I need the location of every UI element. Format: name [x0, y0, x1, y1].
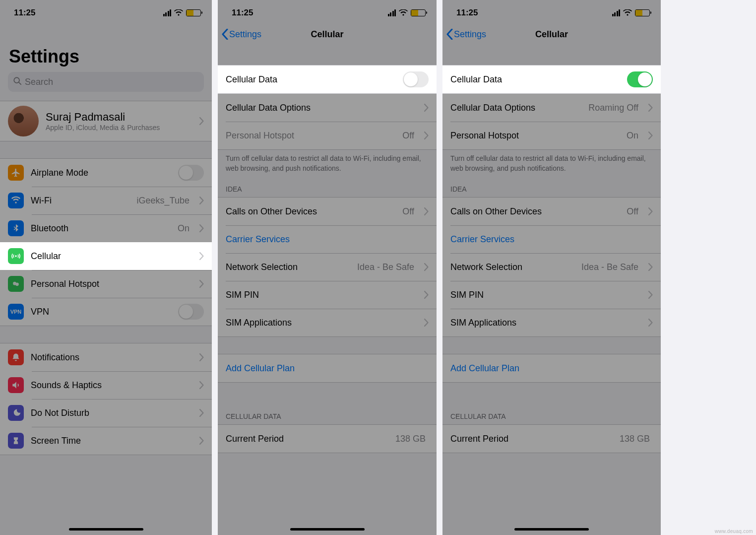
calls-other-value: Off — [402, 206, 414, 217]
airplane-row[interactable]: Airplane Mode — [0, 159, 212, 187]
chevron-right-icon — [424, 319, 429, 327]
chevron-right-icon — [424, 263, 429, 271]
back-label: Settings — [229, 29, 261, 40]
calls-other-row[interactable]: Calls on Other Devices Off — [218, 198, 437, 225]
back-button[interactable]: Settings — [446, 29, 486, 40]
vpn-row[interactable]: VPN VPN — [0, 298, 212, 326]
notifications-row[interactable]: Notifications — [0, 343, 212, 371]
bluetooth-value: On — [178, 223, 189, 234]
chevron-right-icon — [199, 117, 204, 125]
hotspot-icon — [8, 276, 24, 292]
watermark: www.deuaq.com — [715, 529, 753, 534]
wifi-icon — [623, 9, 632, 16]
screentime-row[interactable]: Screen Time — [0, 427, 212, 455]
current-period-label: Current Period — [450, 434, 613, 444]
home-indicator[interactable] — [514, 528, 589, 531]
add-cellular-plan-row[interactable]: Add Cellular Plan — [218, 354, 437, 382]
airplane-icon — [8, 165, 24, 181]
cellular-data-toggle[interactable] — [627, 71, 653, 87]
sim-pin-row[interactable]: SIM PIN — [442, 281, 661, 309]
current-period-label: Current Period — [226, 434, 388, 444]
personal-hotspot-label: Personal Hotspot — [450, 131, 620, 141]
wifi-row[interactable]: Wi-Fi iGeeks_Tube — [0, 187, 212, 214]
search-input[interactable]: Search — [8, 72, 204, 92]
network-selection-label: Network Selection — [226, 262, 350, 272]
cellular-data-row[interactable]: Cellular Data — [442, 66, 661, 93]
cellular-data-options-value: Roaming Off — [588, 103, 638, 113]
cellular-icon — [8, 248, 24, 264]
nav-title: Cellular — [311, 29, 343, 40]
hotspot-label: Personal Hotspot — [31, 279, 192, 289]
add-cellular-plan-label: Add Cellular Plan — [450, 363, 653, 374]
apple-id-row[interactable]: Suraj Padmasali Apple ID, iCloud, Media … — [0, 101, 212, 141]
calls-other-value: Off — [627, 206, 638, 217]
back-button[interactable]: Settings — [222, 29, 261, 40]
status-bar: 11:25 — [218, 0, 437, 22]
hotspot-row[interactable]: Personal Hotspot — [0, 270, 212, 298]
home-indicator[interactable] — [69, 528, 143, 531]
bluetooth-row[interactable]: Bluetooth On — [0, 214, 212, 242]
current-period-row[interactable]: Current Period 138 GB — [442, 425, 661, 453]
carrier-services-label: Carrier Services — [226, 234, 429, 245]
cellular-data-options-row[interactable]: Cellular Data Options Roaming Off — [442, 94, 661, 122]
sim-apps-label: SIM Applications — [450, 318, 641, 328]
avatar — [8, 106, 39, 136]
cellular-label: Cellular — [31, 251, 192, 262]
notifications-label: Notifications — [31, 352, 192, 363]
notifications-icon — [8, 349, 24, 365]
dnd-row[interactable]: Do Not Disturb — [0, 399, 212, 427]
screentime-icon — [8, 433, 24, 449]
signal-icon — [612, 9, 621, 16]
network-selection-value: Idea - Be Safe — [357, 262, 414, 272]
sounds-label: Sounds & Haptics — [31, 380, 192, 391]
carrier-services-row[interactable]: Carrier Services — [218, 225, 437, 253]
status-bar: 11:25 — [442, 0, 661, 22]
cellular-data-row[interactable]: Cellular Data — [218, 66, 437, 93]
screentime-label: Screen Time — [31, 436, 192, 446]
sim-pin-row[interactable]: SIM PIN — [218, 281, 437, 309]
cellular-usage-header: CELLULAR DATA — [442, 383, 661, 424]
chevron-right-icon — [199, 437, 204, 445]
chevron-right-icon — [199, 252, 204, 260]
search-placeholder: Search — [25, 77, 53, 87]
profile-name: Suraj Padmasali — [46, 111, 192, 124]
sim-apps-row[interactable]: SIM Applications — [218, 309, 437, 336]
carrier-services-row[interactable]: Carrier Services — [442, 225, 661, 253]
personal-hotspot-value: Off — [402, 131, 414, 141]
sim-apps-row[interactable]: SIM Applications — [442, 309, 661, 336]
sounds-row[interactable]: Sounds & Haptics — [0, 371, 212, 399]
home-indicator[interactable] — [290, 528, 365, 531]
add-cellular-plan-row[interactable]: Add Cellular Plan — [442, 354, 661, 382]
current-period-row[interactable]: Current Period 138 GB — [218, 425, 437, 453]
network-selection-row[interactable]: Network Selection Idea - Be Safe — [442, 253, 661, 281]
screen-cellular-on: 11:25 Settings Cellular Cellular Data Ce… — [442, 0, 661, 535]
chevron-right-icon — [424, 104, 429, 112]
add-cellular-plan-label: Add Cellular Plan — [226, 363, 429, 374]
dnd-label: Do Not Disturb — [31, 408, 192, 418]
chevron-right-icon — [424, 207, 429, 215]
nav-bar: Settings Cellular — [218, 22, 437, 46]
cellular-row[interactable]: Cellular — [0, 242, 212, 270]
calls-other-row[interactable]: Calls on Other Devices Off — [442, 198, 661, 225]
personal-hotspot-label: Personal Hotspot — [226, 131, 395, 141]
personal-hotspot-row[interactable]: Personal Hotspot Off — [218, 122, 437, 149]
current-period-value: 138 GB — [620, 434, 650, 444]
wifi-icon — [399, 9, 408, 16]
network-selection-row[interactable]: Network Selection Idea - Be Safe — [218, 253, 437, 281]
sim-pin-label: SIM PIN — [450, 290, 641, 300]
network-selection-label: Network Selection — [450, 262, 574, 272]
cellular-data-options-row[interactable]: Cellular Data Options — [218, 94, 437, 122]
screen-cellular-off: 11:25 Settings Cellular Cellular Data Ce… — [218, 0, 437, 535]
personal-hotspot-row[interactable]: Personal Hotspot On — [442, 122, 661, 149]
vpn-toggle[interactable] — [178, 304, 204, 320]
cellular-data-toggle[interactable] — [403, 71, 429, 87]
dnd-icon — [8, 405, 24, 421]
cellular-data-label: Cellular Data — [226, 74, 396, 85]
carrier-services-label: Carrier Services — [450, 234, 653, 245]
chevron-right-icon — [648, 104, 653, 112]
airplane-toggle[interactable] — [178, 165, 204, 181]
wifi-value: iGeeks_Tube — [137, 196, 189, 206]
calls-other-label: Calls on Other Devices — [450, 206, 620, 217]
airplane-label: Airplane Mode — [31, 168, 171, 178]
wifi-icon — [174, 9, 183, 16]
